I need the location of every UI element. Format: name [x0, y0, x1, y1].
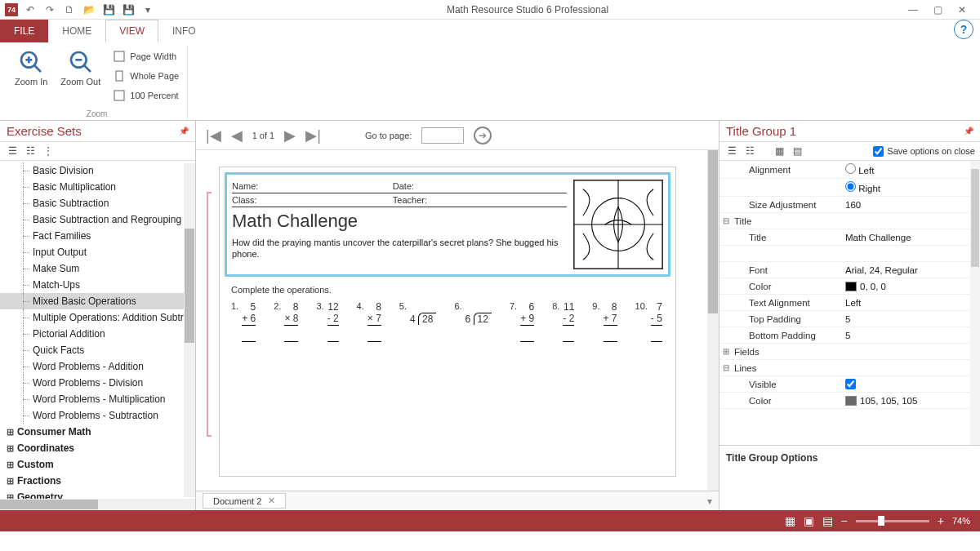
prop-categorized-button[interactable]: ☰ [724, 144, 739, 158]
prop-title: Title [719, 231, 842, 244]
last-page-button[interactable]: ▶| [305, 127, 321, 144]
prop-alpha-button[interactable]: ☷ [742, 144, 757, 158]
tree-item[interactable]: Multiple Operations: Addition Subtractio… [0, 309, 195, 326]
tree-vscrollbar[interactable] [184, 163, 195, 497]
prop-scrollbar[interactable] [970, 161, 980, 445]
expand-all-button[interactable]: ☰ [5, 144, 20, 158]
tab-info[interactable]: INFO [158, 20, 210, 42]
tree-item[interactable]: Pictorial Addition [0, 326, 195, 342]
qat-custom-button[interactable]: ▾ [140, 2, 155, 17]
tree-item[interactable]: Quick Facts [0, 342, 195, 358]
new-button[interactable]: 🗋 [62, 2, 77, 17]
tree-item[interactable]: Consumer Math [0, 424, 195, 440]
tree-item[interactable]: Word Problems - Division [0, 375, 195, 391]
page: Name:Date: Class:Teacher: Math Challenge… [219, 167, 676, 477]
first-page-button[interactable]: |◀ [206, 127, 221, 144]
pin-icon[interactable]: 📌 [179, 127, 189, 136]
prop-font-val[interactable]: Arial, 24, Regular [842, 264, 980, 277]
problem: 5.4 28 [399, 301, 437, 342]
prop-textalign-val[interactable]: Left [842, 296, 980, 309]
tree-item[interactable]: Match-Ups [0, 277, 195, 293]
view-mode-1[interactable]: ▦ [785, 514, 795, 527]
document-tab[interactable]: Document 2 ✕ [203, 493, 286, 509]
minimize-button[interactable]: — [902, 2, 924, 18]
tree-options-button[interactable]: ⋮ [41, 144, 56, 158]
redo-button[interactable]: ↷ [42, 2, 57, 17]
properties-pin-icon[interactable]: 📌 [964, 127, 973, 136]
prop-btn3[interactable]: ▦ [772, 144, 786, 158]
tree-item[interactable]: Fact Families [0, 228, 195, 244]
tree-item[interactable]: Make Sum [0, 260, 195, 277]
tree-item[interactable]: Coordinates [0, 440, 195, 456]
save-options-checkbox[interactable]: Save options on close [873, 146, 975, 157]
align-left-radio[interactable]: Left [845, 162, 874, 176]
goto-page-input[interactable] [421, 127, 464, 144]
undo-button[interactable]: ↶ [23, 2, 38, 17]
tree-item[interactable]: Geometry [0, 489, 195, 499]
prop-cat-fields[interactable]: Fields [719, 345, 842, 358]
prop-toppad-val[interactable]: 5 [842, 313, 980, 326]
exercise-tree[interactable]: Basic DivisionBasic MultiplicationBasic … [0, 161, 195, 499]
exercise-sets-panel: Exercise Sets 📌 ☰ ☷ ⋮ Basic DivisionBasi… [0, 121, 196, 510]
exercise-sets-toolbar: ☰ ☷ ⋮ [0, 141, 195, 161]
prop-visible-val[interactable] [842, 377, 980, 391]
prop-botpad-val[interactable]: 5 [842, 329, 980, 342]
tab-view[interactable]: VIEW [105, 20, 158, 42]
tree-item[interactable]: Word Problems - Multiplication [0, 391, 195, 407]
prop-line-color-val[interactable]: 105, 105, 105 [842, 394, 980, 407]
document-viewport[interactable]: Name:Date: Class:Teacher: Math Challenge… [196, 150, 719, 491]
tab-home[interactable]: HOME [48, 20, 105, 42]
title-image [573, 180, 663, 269]
zoom-minus-button[interactable]: − [841, 514, 848, 527]
tree-item[interactable]: Fractions [0, 473, 195, 489]
goto-page-button[interactable]: ➔ [474, 127, 492, 144]
close-tab-button[interactable]: ✕ [268, 495, 275, 506]
save-all-button[interactable]: 💾 [121, 2, 136, 17]
prop-size-adj-val[interactable]: 160 [842, 198, 980, 211]
tree-item[interactable]: Word Problems - Addition [0, 358, 195, 375]
prev-page-button[interactable]: ◀ [231, 127, 243, 144]
tree-hscrollbar[interactable] [0, 499, 195, 510]
prop-size-adj: Size Adjustment [719, 198, 842, 211]
tabs-dropdown[interactable]: ▾ [707, 495, 712, 507]
doc-vscrollbar[interactable] [707, 150, 719, 491]
tree-item[interactable]: Mixed Basic Operations [0, 293, 195, 309]
prop-cat-lines[interactable]: Lines [719, 362, 842, 375]
view-mode-3[interactable]: ▤ [822, 514, 833, 527]
prop-btn4[interactable]: ▤ [790, 144, 804, 158]
tab-file[interactable]: FILE [0, 20, 48, 42]
save-button[interactable]: 💾 [101, 2, 116, 17]
help-button[interactable]: ? [954, 20, 973, 39]
property-grid[interactable]: Alignment Left Right Size Adjustment160 … [719, 161, 980, 445]
page-width-button[interactable]: Page Width [114, 47, 179, 65]
prop-title-val[interactable]: Math Challenge [842, 231, 980, 244]
prop-color-val[interactable]: 0, 0, 0 [842, 280, 980, 293]
100-percent-button[interactable]: 100 Percent [114, 87, 179, 104]
align-right-radio[interactable]: Right [845, 180, 880, 194]
view-mode-2[interactable]: ▣ [804, 514, 814, 527]
open-button[interactable]: 📂 [82, 2, 96, 17]
field-name: Name: [232, 181, 393, 191]
close-button[interactable]: ✕ [951, 2, 973, 18]
problem: 4.8× 7 [357, 301, 381, 342]
tree-item[interactable]: Custom [0, 456, 195, 473]
zoom-out-button[interactable]: Zoom Out [57, 46, 104, 106]
worksheet-subtitle: How did the praying mantis uncover the c… [232, 235, 567, 265]
prop-cat-title[interactable]: Title [719, 215, 842, 228]
tree-item[interactable]: Word Problems - Subtraction [0, 407, 195, 424]
next-page-button[interactable]: ▶ [284, 127, 296, 144]
page-width-icon [114, 51, 125, 62]
tree-item[interactable]: Input Output [0, 244, 195, 260]
zoom-in-button[interactable]: Zoom In [11, 46, 51, 106]
tree-item[interactable]: Basic Subtraction [0, 195, 195, 211]
tree-item[interactable]: Basic Multiplication [0, 179, 195, 195]
zoom-plus-button[interactable]: + [938, 514, 944, 527]
problem: 9.8+ 7 [592, 301, 617, 342]
tree-item[interactable]: Basic Division [0, 162, 195, 179]
title-group[interactable]: Name:Date: Class:Teacher: Math Challenge… [225, 172, 670, 277]
whole-page-button[interactable]: Whole Page [114, 67, 179, 85]
collapse-all-button[interactable]: ☷ [23, 144, 38, 158]
maximize-button[interactable]: ▢ [926, 2, 949, 18]
zoom-slider[interactable] [856, 520, 929, 522]
tree-item[interactable]: Basic Subtraction and Regrouping [0, 211, 195, 228]
